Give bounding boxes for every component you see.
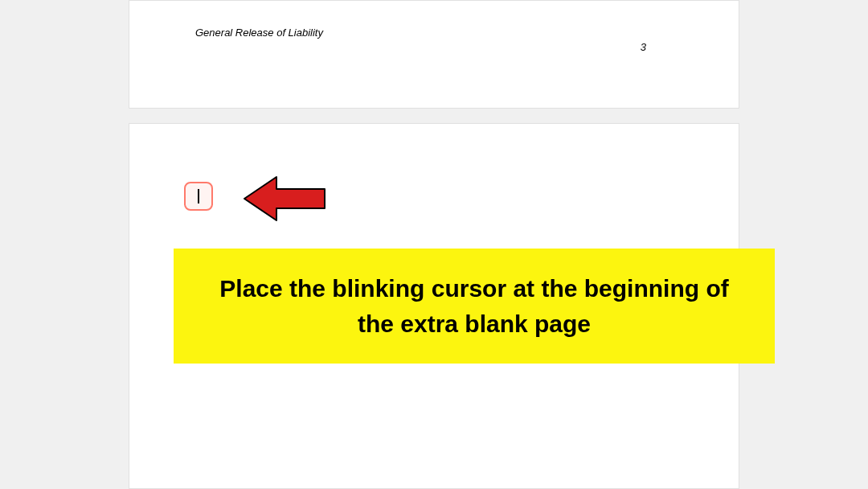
instruction-banner: Place the blinking cursor at the beginni… — [174, 249, 775, 364]
page-area: General Release of Liability 3 Place the… — [129, 0, 739, 489]
arrow-annotation-icon — [238, 171, 334, 227]
page-header-text: General Release of Liability — [195, 27, 323, 39]
cursor-highlight-box — [184, 182, 213, 211]
instruction-text: Place the blinking cursor at the beginni… — [206, 271, 743, 341]
page-number: 3 — [641, 41, 646, 53]
editor-viewport: General Release of Liability 3 Place the… — [0, 0, 868, 489]
document-blank-page[interactable]: Place the blinking cursor at the beginni… — [129, 123, 739, 489]
svg-marker-0 — [244, 177, 325, 220]
text-cursor-icon — [198, 189, 199, 203]
document-page-3-bottom[interactable]: General Release of Liability 3 — [129, 0, 739, 109]
